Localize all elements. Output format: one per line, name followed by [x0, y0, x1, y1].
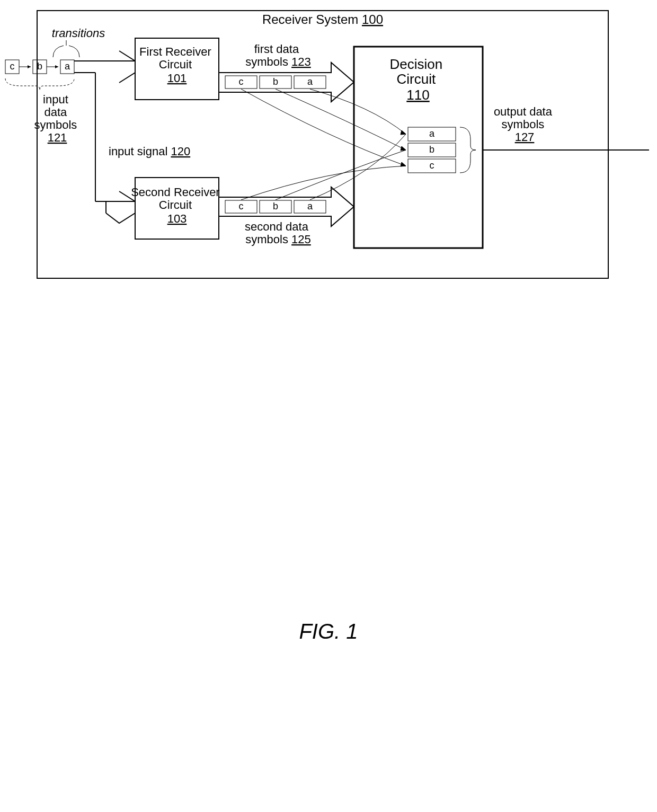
- input-cell-c: c: [10, 61, 15, 72]
- first-data-label: first data symbols 123: [245, 42, 311, 68]
- transitions-label: transitions: [52, 27, 105, 40]
- svg-text:a: a: [307, 201, 313, 211]
- second-data-cells: c b a: [225, 200, 326, 213]
- second-data-label: second data symbols 125: [245, 220, 312, 246]
- input-signal-label: input signal 120: [109, 145, 190, 158]
- input-signal-arrow: [74, 51, 135, 223]
- transitions-brace: [53, 40, 79, 57]
- svg-marker-6: [55, 65, 58, 68]
- svg-text:b: b: [273, 201, 278, 211]
- svg-text:c: c: [430, 160, 434, 171]
- diagram-root: Receiver System 100 c b a transitions in…: [0, 0, 657, 812]
- svg-text:c: c: [239, 201, 244, 211]
- input-cell-a: a: [65, 61, 70, 72]
- system-title: Receiver System 100: [262, 12, 383, 27]
- svg-text:a: a: [429, 128, 435, 139]
- input-symbols-brace: [5, 78, 74, 90]
- first-data-cells: c b a: [225, 76, 326, 89]
- svg-marker-4: [28, 65, 31, 68]
- svg-text:c: c: [239, 76, 244, 87]
- decision-cells: a b c: [408, 127, 456, 173]
- svg-text:a: a: [307, 76, 313, 87]
- svg-text:b: b: [429, 144, 434, 155]
- input-cell-b: b: [37, 61, 42, 72]
- input-symbols-label: input data symbols 121: [34, 93, 81, 144]
- output-label: output data symbols 127: [494, 105, 555, 144]
- figure-caption: FIG. 1: [299, 620, 358, 643]
- input-symbol-cells: c b a: [5, 60, 74, 74]
- svg-text:b: b: [273, 76, 278, 87]
